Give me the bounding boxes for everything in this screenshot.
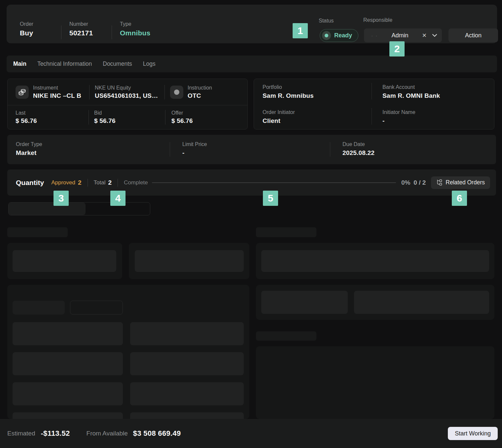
skeleton-block bbox=[135, 250, 244, 272]
instrument-id-cell: NKE UN Equity US6541061031, US… bbox=[90, 79, 165, 105]
annotation-badge-1: 1 bbox=[293, 23, 308, 38]
skeleton-block bbox=[13, 412, 123, 419]
due-date-cell: Due Date 2025.08.22 bbox=[330, 135, 496, 164]
skeleton-panel bbox=[7, 285, 249, 419]
order-type-field: Type Omnibus bbox=[120, 21, 150, 37]
limit-price-value: - bbox=[182, 149, 330, 157]
skeleton-segment bbox=[9, 203, 86, 215]
status-badge[interactable]: Ready bbox=[320, 29, 358, 42]
instrument-card: Instrument NIKE INC –CL B NKE UN Equity … bbox=[7, 79, 248, 130]
order-params-bar: Order Type Market Limit Price - Due Date… bbox=[7, 135, 496, 164]
order-header: Order Buy Number 502171 Type Omnibus Sta… bbox=[7, 5, 497, 43]
last-label: Last bbox=[16, 110, 37, 116]
limit-price-cell: Limit Price - bbox=[170, 135, 330, 164]
order-initiator-value: Client bbox=[263, 117, 372, 125]
divider bbox=[118, 179, 118, 187]
branch-icon bbox=[436, 179, 443, 186]
skeleton-label bbox=[7, 227, 68, 237]
bid-value: $ 56.76 bbox=[94, 117, 116, 125]
start-working-button[interactable]: Start Working bbox=[448, 427, 498, 440]
progress-percent: 0% bbox=[401, 179, 410, 186]
order-initiator-cell: Order Initiator Client bbox=[254, 104, 372, 129]
footer-bar: Estimated -$113.52 From Available $3 508… bbox=[0, 419, 502, 448]
complete-label: Complete bbox=[124, 179, 148, 186]
order-type-value: Omnibus bbox=[120, 29, 150, 37]
total-count: 2 bbox=[108, 179, 112, 186]
avatar: · · bbox=[371, 33, 378, 38]
order-number-label: Number bbox=[69, 21, 93, 27]
status-dot-icon bbox=[322, 31, 331, 40]
order-side-value: Buy bbox=[20, 29, 33, 37]
annotation-badge-4: 4 bbox=[110, 191, 126, 206]
bank-account-cell: Bank Account Sam R. OMNI Bank bbox=[372, 79, 494, 104]
initiator-name-value: - bbox=[382, 117, 494, 125]
chevron-down-icon[interactable] bbox=[432, 34, 437, 37]
total-label: Total bbox=[94, 179, 106, 186]
skeleton-label bbox=[256, 227, 316, 237]
portfolio-cell: Portfolio Sam R. Omnibus bbox=[254, 79, 372, 104]
tab-bar: Main Technical Information Documents Log… bbox=[7, 56, 497, 72]
skeleton-chip bbox=[13, 301, 65, 315]
tab-logs[interactable]: Logs bbox=[143, 60, 156, 67]
skeleton-block bbox=[13, 250, 116, 272]
offer-label: Offer bbox=[171, 110, 193, 116]
approved-label: Approved bbox=[51, 179, 75, 186]
isin-value: US6541061031, US… bbox=[95, 92, 158, 99]
skeleton-label bbox=[256, 331, 316, 341]
skeleton-block bbox=[130, 382, 244, 405]
progress-bar bbox=[152, 182, 396, 183]
bank-account-value: Sam R. OMNI Bank bbox=[382, 92, 494, 99]
portfolio-label: Portfolio bbox=[263, 84, 372, 90]
tab-technical-information[interactable]: Technical Information bbox=[37, 60, 92, 67]
account-card: Portfolio Sam R. Omnibus Bank Account Sa… bbox=[254, 79, 494, 130]
portfolio-value: Sam R. Omnibus bbox=[263, 92, 372, 99]
ticker-label: NKE UN Equity bbox=[95, 85, 158, 91]
skeleton-panel bbox=[256, 346, 494, 419]
offer-price-cell: Offer $ 56.76 bbox=[165, 105, 247, 129]
annotation-badge-3: 3 bbox=[54, 191, 69, 206]
tab-documents[interactable]: Documents bbox=[103, 60, 132, 67]
annotation-badge-6: 6 bbox=[452, 191, 467, 206]
offer-value: $ 56.76 bbox=[171, 117, 193, 125]
annotation-badge-2: 2 bbox=[389, 41, 405, 56]
skeleton-block bbox=[13, 382, 123, 405]
status-label: Status bbox=[319, 18, 334, 24]
quantity-title: Quantity bbox=[16, 179, 44, 187]
tab-main[interactable]: Main bbox=[13, 60, 26, 67]
initiator-name-cell: Initiator Name - bbox=[372, 104, 494, 129]
param-order-type-label: Order Type bbox=[16, 141, 170, 147]
skeleton-block bbox=[130, 412, 244, 419]
related-orders-button[interactable]: Related Orders bbox=[431, 176, 490, 189]
skeleton-block bbox=[13, 322, 123, 345]
status-value: Ready bbox=[334, 32, 352, 39]
bank-account-label: Bank Account bbox=[382, 84, 494, 90]
skeleton-block bbox=[261, 250, 489, 272]
action-button[interactable]: Action bbox=[448, 28, 498, 42]
skeleton-chip-outline bbox=[70, 301, 123, 315]
due-date-value: 2025.08.22 bbox=[342, 149, 496, 157]
estimated-label: Estimated bbox=[7, 430, 35, 437]
approved-count: 2 bbox=[78, 179, 82, 186]
divider bbox=[88, 179, 88, 187]
skeleton-card bbox=[256, 243, 494, 279]
skeleton-block bbox=[354, 291, 489, 314]
skeleton-block bbox=[261, 291, 348, 314]
clear-icon[interactable]: ✕ bbox=[422, 32, 427, 39]
responsible-select[interactable]: · · Admin ✕ bbox=[364, 28, 442, 42]
instrument-cell: Instrument NIKE INC –CL B bbox=[8, 79, 90, 105]
instruction-cell: Instruction OTC bbox=[165, 79, 247, 105]
last-value: $ 56.76 bbox=[16, 117, 37, 125]
order-initiator-label: Order Initiator bbox=[263, 109, 372, 115]
skeleton-block bbox=[130, 322, 244, 345]
last-price-cell: Last $ 56.76 bbox=[8, 105, 89, 129]
initiator-name-label: Initiator Name bbox=[382, 109, 494, 115]
order-type-cell: Order Type Market bbox=[7, 135, 170, 164]
bid-label: Bid bbox=[94, 110, 116, 116]
from-available-value: $3 508 669.49 bbox=[133, 429, 181, 438]
instrument-name: NIKE INC –CL B bbox=[33, 92, 81, 99]
skeleton-block bbox=[13, 352, 123, 375]
order-side-field: Order Buy bbox=[20, 21, 33, 37]
responsible-label: Responsible bbox=[363, 17, 392, 23]
related-orders-label: Related Orders bbox=[446, 179, 485, 186]
skeleton-card bbox=[7, 243, 122, 279]
